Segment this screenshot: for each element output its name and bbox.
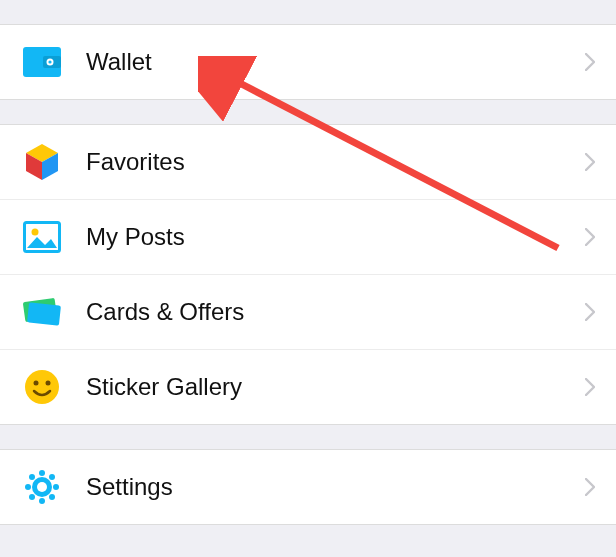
svg-point-23 — [37, 482, 47, 492]
favorites-icon — [20, 140, 64, 184]
menu-row-label: Favorites — [86, 148, 582, 176]
svg-point-22 — [49, 494, 55, 500]
svg-point-15 — [39, 470, 45, 476]
chevron-right-icon — [582, 300, 598, 324]
svg-point-20 — [49, 474, 55, 480]
menu-row-settings[interactable]: Settings — [0, 450, 616, 524]
menu-group-1: Wallet — [0, 24, 616, 100]
menu-row-label: Wallet — [86, 48, 582, 76]
chevron-right-icon — [582, 225, 598, 249]
cards-icon — [20, 290, 64, 334]
svg-point-11 — [25, 370, 59, 404]
svg-point-3 — [48, 60, 51, 63]
svg-point-8 — [32, 229, 39, 236]
chevron-right-icon — [582, 375, 598, 399]
menu-row-label: My Posts — [86, 223, 582, 251]
menu-row-myposts[interactable]: My Posts — [0, 200, 616, 275]
menu-row-label: Sticker Gallery — [86, 373, 582, 401]
menu-row-cards[interactable]: Cards & Offers — [0, 275, 616, 350]
sticker-icon — [20, 365, 64, 409]
svg-point-17 — [25, 484, 31, 490]
chevron-right-icon — [582, 50, 598, 74]
settings-icon — [20, 465, 64, 509]
svg-point-13 — [46, 381, 51, 386]
svg-point-18 — [53, 484, 59, 490]
myposts-icon — [20, 215, 64, 259]
svg-point-12 — [34, 381, 39, 386]
menu-row-favorites[interactable]: Favorites — [0, 125, 616, 200]
chevron-right-icon — [582, 475, 598, 499]
menu-group-2: Favorites My Posts Cards & Offers — [0, 124, 616, 425]
menu-row-wallet[interactable]: Wallet — [0, 25, 616, 99]
svg-point-19 — [29, 474, 35, 480]
menu-row-stickers[interactable]: Sticker Gallery — [0, 350, 616, 424]
svg-point-21 — [29, 494, 35, 500]
menu-row-label: Cards & Offers — [86, 298, 582, 326]
svg-point-16 — [39, 498, 45, 504]
menu-row-label: Settings — [86, 473, 582, 501]
chevron-right-icon — [582, 150, 598, 174]
wallet-icon — [20, 40, 64, 84]
svg-rect-10 — [27, 302, 61, 325]
menu-group-3: Settings — [0, 449, 616, 525]
